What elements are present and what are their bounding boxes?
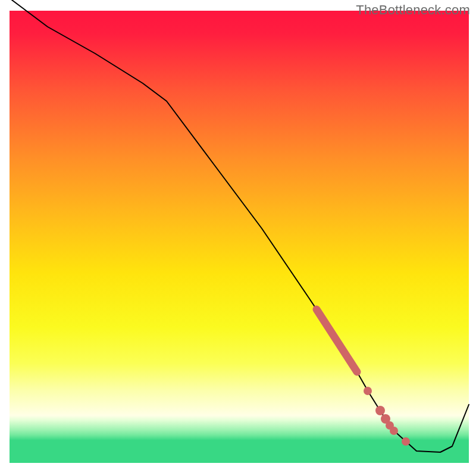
highlight-dot [364, 387, 372, 395]
watermark-text: TheBottleneck.com [356, 2, 470, 18]
highlight-dot [402, 437, 410, 446]
chart-container: TheBottleneck.com [0, 0, 476, 476]
bottleneck-chart [0, 0, 476, 476]
highlight-dot [390, 427, 398, 435]
highlight-dot [375, 406, 385, 415]
plot-background [10, 11, 469, 463]
